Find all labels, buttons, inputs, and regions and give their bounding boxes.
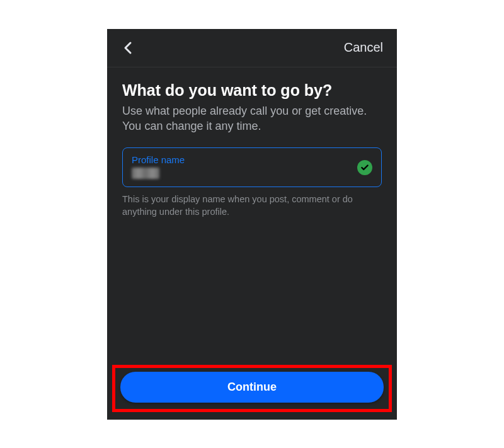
page-title: What do you want to go by? <box>122 81 382 100</box>
annotation-highlight: Continue <box>112 365 392 412</box>
checkmark-icon <box>357 160 372 175</box>
page-subtitle: Use what people already call you or get … <box>122 103 382 134</box>
footer: Continue <box>107 365 397 420</box>
input-label: Profile name <box>132 154 372 165</box>
header: Cancel <box>107 29 397 67</box>
content: What do you want to go by? Use what peop… <box>107 67 397 365</box>
continue-button[interactable]: Continue <box>120 372 384 403</box>
helper-text: This is your display name when you post,… <box>122 193 382 218</box>
profile-name-value <box>132 168 159 179</box>
profile-name-setup-screen: Cancel What do you want to go by? Use wh… <box>107 29 397 420</box>
cancel-button[interactable]: Cancel <box>344 40 383 55</box>
back-icon[interactable] <box>121 40 136 55</box>
profile-name-field[interactable]: Profile name <box>122 147 382 187</box>
